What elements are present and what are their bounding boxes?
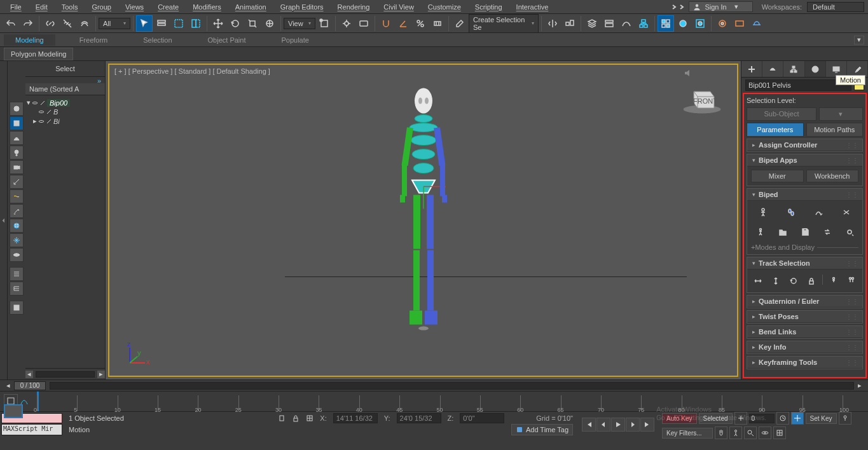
viewcube[interactable]: FRONT — [680, 84, 724, 116]
display-hidden-icon[interactable] — [10, 248, 24, 262]
schematic-view-button[interactable] — [635, 15, 652, 32]
track-horiz-icon[interactable] — [751, 275, 765, 287]
figure-mode-icon[interactable] — [756, 206, 770, 219]
ribbon-minimize-button[interactable]: ▾ — [854, 36, 864, 44]
cmd-tab-hierarchy[interactable] — [783, 61, 804, 77]
load-file-icon[interactable] — [776, 226, 790, 238]
modes-label[interactable]: +Modes and Display — [751, 243, 815, 251]
tree-row-child1[interactable]: B — [27, 107, 104, 116]
mirror-button[interactable] — [544, 15, 561, 32]
layer-explorer-button[interactable] — [584, 15, 600, 32]
expand-panel-icon[interactable]: » — [25, 77, 105, 83]
track-rot-icon[interactable] — [787, 275, 801, 287]
menu-views[interactable]: Views — [119, 1, 150, 13]
window-crossing-button[interactable] — [188, 15, 204, 32]
sub-object-button[interactable]: Sub-Object — [747, 107, 816, 121]
unlink-button[interactable] — [59, 15, 76, 32]
menu-animation[interactable]: Animation — [229, 1, 273, 13]
hscroll-right[interactable]: ▸ — [97, 371, 105, 378]
footstep-mode-icon[interactable] — [784, 206, 798, 219]
selection-filter-dropdown[interactable]: All▾ — [99, 18, 130, 29]
frame-scroll-right[interactable]: ▸ — [858, 381, 862, 390]
coord-y[interactable]: 24'0 15/32 — [397, 413, 441, 423]
display-lights-icon[interactable] — [10, 146, 24, 160]
viewport-label[interactable]: [ + ] [ Perspective ] [ Standard ] [ Def… — [114, 67, 270, 75]
cmd-tab-motion[interactable] — [805, 61, 826, 77]
maxscript-listener[interactable]: MAXScript Mir — [1, 424, 62, 435]
display-list2-icon[interactable] — [10, 282, 24, 296]
render-frame-button[interactable] — [731, 15, 748, 32]
scale-button[interactable] — [244, 15, 261, 32]
isolate-icon[interactable] — [292, 414, 300, 422]
menu-overflow-arrows[interactable] — [671, 4, 685, 10]
spinner-snap-button[interactable] — [429, 15, 446, 32]
redo-button[interactable] — [20, 15, 36, 32]
timeline-ruler[interactable]: 0510152025303540455055606570758085909510… — [37, 392, 843, 411]
mixer-mode-icon[interactable] — [839, 206, 853, 219]
align-button[interactable] — [561, 15, 578, 32]
menu-create[interactable]: Create — [151, 1, 185, 13]
pivot-button[interactable] — [316, 15, 333, 32]
menu-modifiers[interactable]: Modifiers — [186, 1, 228, 13]
rollout-keyframing-tools[interactable]: ▸Keyframing Tools⋮⋮ — [747, 357, 862, 369]
nav-zoom-icon[interactable] — [744, 426, 757, 439]
track-lock-icon[interactable] — [804, 275, 818, 287]
ribbon-tab-selection[interactable]: Selection — [132, 34, 183, 46]
menu-rendering[interactable]: Rendering — [331, 1, 376, 13]
track-vert-icon[interactable] — [769, 275, 783, 287]
menu-civilview[interactable]: Civil View — [377, 1, 420, 13]
rollout-quaternion[interactable]: ▸Quaternion / Euler⋮⋮ — [747, 296, 862, 308]
menu-edit[interactable]: Edit — [29, 1, 54, 13]
menu-group[interactable]: Group — [85, 1, 118, 13]
viewport-thumbnail[interactable] — [4, 404, 23, 418]
hscroll-left[interactable]: ◂ — [25, 371, 33, 378]
angle-snap-button[interactable] — [395, 15, 411, 32]
viewport[interactable]: [ + ] [ Perspective ] [ Standard ] [ Def… — [108, 64, 738, 377]
display-spacewarps-icon[interactable] — [10, 189, 24, 203]
play-button[interactable] — [611, 418, 625, 432]
tree-row-child2[interactable]: ▸ Bi — [27, 116, 104, 126]
rollout-track-selection[interactable]: ▾Track Selection⋮⋮ — [747, 257, 862, 269]
workspace-dropdown[interactable]: Default — [807, 2, 864, 12]
frame-scroll-left[interactable]: ◂ — [6, 381, 10, 390]
display-bone-icon[interactable] — [10, 204, 24, 218]
ref-coord-dropdown[interactable]: View▾ — [284, 18, 315, 29]
display-geometry-icon[interactable] — [10, 116, 24, 130]
display-container-icon[interactable] — [10, 219, 24, 233]
display-shapes-icon[interactable] — [10, 131, 24, 145]
nav-maximize-icon[interactable] — [773, 426, 786, 439]
display-cameras-icon[interactable] — [10, 160, 24, 174]
material-editor-button[interactable] — [658, 15, 674, 32]
ribbon-sub-polymodeling[interactable]: Polygon Modeling — [4, 48, 73, 60]
signin-button[interactable]: Sign In ▾ — [689, 1, 752, 12]
frame-slider[interactable]: 0 / 100 — [14, 381, 46, 390]
bind-button[interactable] — [76, 15, 93, 32]
display-frozen-icon[interactable] — [10, 233, 24, 247]
time-config-icon[interactable] — [776, 412, 789, 425]
named-selection-dropdown[interactable]: Create Selection Se▾ — [469, 14, 539, 33]
cmd-tab-create[interactable] — [741, 61, 762, 77]
render-setup-button[interactable] — [714, 15, 731, 32]
frame-track[interactable] — [50, 382, 854, 390]
placement-button[interactable] — [261, 15, 278, 32]
transform-gizmo-x-icon[interactable] — [791, 412, 804, 425]
ribbon-tab-modeling[interactable]: Modeling — [4, 34, 55, 46]
move-button[interactable] — [210, 15, 226, 32]
parameters-button[interactable]: Parameters — [747, 123, 804, 137]
slate-material-button[interactable] — [675, 15, 691, 32]
link-button[interactable] — [42, 15, 59, 32]
track-opposite-icon[interactable] — [844, 275, 858, 287]
grid-icon[interactable] — [306, 414, 313, 422]
key-filters-icon[interactable] — [839, 412, 851, 425]
nav-pan-icon[interactable] — [715, 426, 727, 439]
edit-named-button[interactable] — [451, 15, 468, 32]
goto-end-button[interactable] — [640, 418, 654, 432]
track-body-icon[interactable] — [827, 275, 841, 287]
move-all-icon[interactable] — [843, 226, 857, 238]
ribbon-tab-populate[interactable]: Populate — [270, 34, 320, 46]
key-filters-button[interactable]: Key Filters... — [662, 428, 713, 439]
motion-paths-button[interactable]: Motion Paths — [806, 123, 864, 137]
display-helpers-icon[interactable] — [10, 175, 24, 189]
curve-editor-button[interactable] — [618, 15, 635, 32]
hscroll-track[interactable] — [36, 371, 95, 378]
